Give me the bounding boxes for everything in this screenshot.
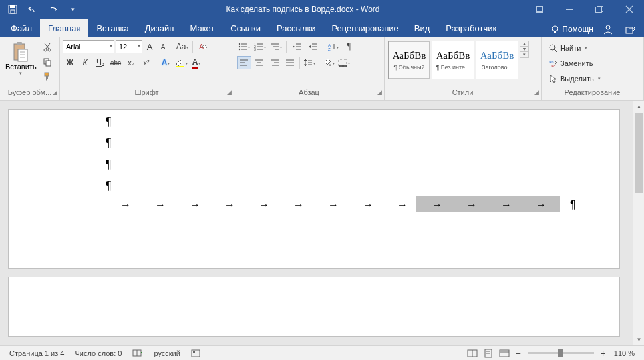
tab-line: →→→→ →→→→ →→→→ →¶ (120, 199, 576, 211)
grow-font-button[interactable]: A (144, 40, 156, 53)
superscript-button[interactable]: x² (139, 56, 154, 69)
change-case-button[interactable]: Aa (175, 40, 190, 53)
document-scroll[interactable]: ¶ ¶ ¶ ¶ →→→→ →→→→ →→→→ →¶ (0, 101, 633, 345)
paste-button[interactable]: Вставить ▾ (3, 40, 39, 77)
shading-button[interactable] (321, 56, 336, 69)
spellcheck-button[interactable] (127, 349, 148, 358)
decrease-indent-button[interactable] (289, 40, 304, 53)
tab-review[interactable]: Рецензирование (323, 19, 406, 37)
zoom-in-button[interactable]: + (598, 348, 609, 359)
highlight-button[interactable] (174, 56, 188, 69)
tab-design[interactable]: Дизайн (137, 19, 182, 37)
subscript-button[interactable]: x₂ (124, 56, 138, 69)
ribbon-tabs: Файл Главная Вставка Дизайн Макет Ссылки… (0, 19, 644, 37)
font-launcher[interactable]: ◢ (227, 89, 232, 96)
align-right-button[interactable] (267, 56, 282, 69)
svg-rect-1 (10, 5, 15, 8)
zoom-out-button[interactable]: − (512, 348, 523, 359)
font-name-combo[interactable]: Arial▾ (63, 40, 114, 53)
svg-point-59 (550, 45, 555, 50)
copy-button[interactable] (41, 56, 54, 68)
close-button[interactable] (614, 0, 644, 19)
strike-button[interactable]: abc (108, 56, 123, 69)
word-count[interactable]: Число слов: 0 (69, 349, 127, 357)
page-indicator[interactable]: Страница 1 из 4 (4, 349, 69, 357)
search-icon (548, 43, 558, 53)
tab-mailings[interactable]: Рассылки (269, 19, 323, 37)
increase-indent-button[interactable] (305, 40, 320, 53)
styles-launcher[interactable]: ◢ (534, 89, 539, 96)
paragraph-launcher[interactable]: ◢ (377, 89, 382, 96)
style-normal[interactable]: АаБбВв ¶ Обычный (388, 41, 430, 79)
read-mode-button[interactable] (464, 347, 480, 359)
find-button[interactable]: Найти▾ (548, 41, 601, 55)
group-editing: Найти▾ abac Заменить Выделить▾ Редактиро… (542, 37, 644, 100)
cut-button[interactable] (41, 41, 54, 53)
font-size-combo[interactable]: 12▾ (116, 40, 142, 53)
print-layout-button[interactable] (480, 347, 496, 359)
pilcrow-icon: ¶ (106, 179, 111, 193)
bold-button[interactable]: Ж (63, 56, 77, 69)
scroll-up-button[interactable]: ▲ (633, 101, 644, 112)
minimize-button[interactable] (554, 0, 584, 19)
undo-button[interactable] (24, 1, 41, 17)
multilevel-button[interactable] (269, 40, 283, 53)
tab-view[interactable]: Вид (406, 19, 438, 37)
align-center-button[interactable] (252, 56, 267, 69)
italic-button[interactable]: К (78, 56, 92, 69)
borders-button[interactable] (337, 56, 351, 69)
tab-references[interactable]: Ссылки (222, 19, 269, 37)
clipboard-launcher[interactable]: ◢ (53, 89, 57, 96)
vertical-scrollbar[interactable]: ▲ ▼ (633, 101, 644, 345)
save-button[interactable] (4, 1, 21, 17)
ribbon-options-button[interactable] (524, 0, 554, 19)
redo-button[interactable] (44, 1, 61, 17)
share-button[interactable] (623, 21, 639, 37)
justify-button[interactable] (283, 56, 297, 69)
text-effects-button[interactable]: A (158, 56, 173, 69)
scroll-thumb[interactable] (635, 113, 643, 193)
sort-button[interactable]: AZ (326, 40, 341, 53)
maximize-button[interactable] (584, 0, 614, 19)
shrink-font-button[interactable]: A (157, 40, 169, 53)
tab-file[interactable]: Файл (3, 19, 40, 37)
styles-expand-button[interactable]: ▾ (520, 51, 529, 58)
select-button[interactable]: Выделить▾ (548, 72, 601, 85)
format-painter-button[interactable] (41, 71, 54, 83)
line-spacing-button[interactable] (302, 56, 317, 69)
zoom-slider[interactable] (528, 352, 594, 354)
tell-me-button[interactable]: Помощн (550, 25, 593, 34)
macro-button[interactable] (186, 349, 206, 357)
highlight-icon (174, 57, 185, 68)
page-2[interactable] (8, 277, 620, 337)
account-button[interactable] (600, 21, 616, 37)
underline-button[interactable]: Ч (93, 56, 108, 69)
numbering-button[interactable]: 123 (253, 40, 267, 53)
tab-insert[interactable]: Вставка (88, 19, 136, 37)
svg-text:3: 3 (254, 47, 256, 51)
tab-home[interactable]: Главная (40, 19, 88, 37)
zoom-level[interactable]: 110 % (609, 349, 640, 357)
svg-point-12 (44, 49, 47, 51)
svg-rect-2 (11, 10, 15, 13)
group-paragraph: 123 AZ ¶ Абзац◢ (234, 37, 385, 100)
tab-layout[interactable]: Макет (182, 19, 222, 37)
clear-format-button[interactable]: A (196, 40, 210, 53)
svg-rect-18 (176, 66, 184, 67)
font-color-button[interactable]: A (189, 56, 204, 69)
scissors-icon (43, 43, 52, 52)
align-left-button[interactable] (237, 56, 251, 69)
tab-developer[interactable]: Разработчик (438, 19, 504, 37)
web-layout-button[interactable] (496, 347, 512, 359)
group-styles: АаБбВв ¶ Обычный АаБбВв ¶ Без инте... Аа… (385, 37, 542, 100)
style-nospacing[interactable]: АаБбВв ¶ Без инте... (432, 41, 474, 79)
page-1[interactable]: ¶ ¶ ¶ ¶ →→→→ →→→→ →→→→ →¶ (8, 109, 620, 269)
zoom-thumb[interactable] (558, 349, 563, 357)
scroll-down-button[interactable]: ▼ (633, 334, 644, 345)
show-marks-button[interactable]: ¶ (342, 40, 357, 53)
qat-customize-button[interactable]: ▾ (64, 1, 81, 17)
style-heading1[interactable]: АаБбВв Заголово... (476, 41, 518, 79)
language-indicator[interactable]: русский (148, 349, 185, 357)
replace-button[interactable]: abac Заменить (548, 57, 601, 70)
bullets-button[interactable] (237, 40, 251, 53)
